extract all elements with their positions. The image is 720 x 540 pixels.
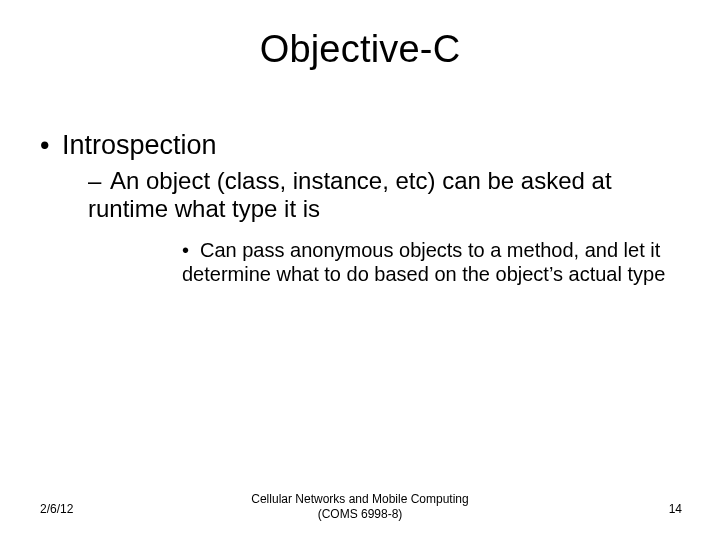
footer-center-line2: (COMS 6998-8) <box>0 507 720 522</box>
slide-title: Objective-C <box>0 28 720 71</box>
bullet-lvl2-text: An object (class, instance, etc) can be … <box>88 167 612 222</box>
bullet-lvl1-text: Introspection <box>62 130 217 160</box>
footer-center: Cellular Networks and Mobile Computing (… <box>0 492 720 522</box>
slide: Objective-C •Introspection –An object (c… <box>0 0 720 540</box>
bullet-dot-icon: • <box>40 130 62 161</box>
bullet-dash-icon: – <box>88 167 110 195</box>
bullet-level-3: •Can pass anonymous objects to a method,… <box>182 238 680 286</box>
footer-page-number: 14 <box>669 502 682 516</box>
bullet-dot-icon: • <box>182 238 200 262</box>
bullet-lvl3-text: Can pass anonymous objects to a method, … <box>182 239 665 285</box>
bullet-level-1: •Introspection –An object (class, instan… <box>40 130 680 286</box>
bullet-level-2: –An object (class, instance, etc) can be… <box>88 167 680 286</box>
slide-body: •Introspection –An object (class, instan… <box>40 130 680 296</box>
footer-center-line1: Cellular Networks and Mobile Computing <box>0 492 720 507</box>
